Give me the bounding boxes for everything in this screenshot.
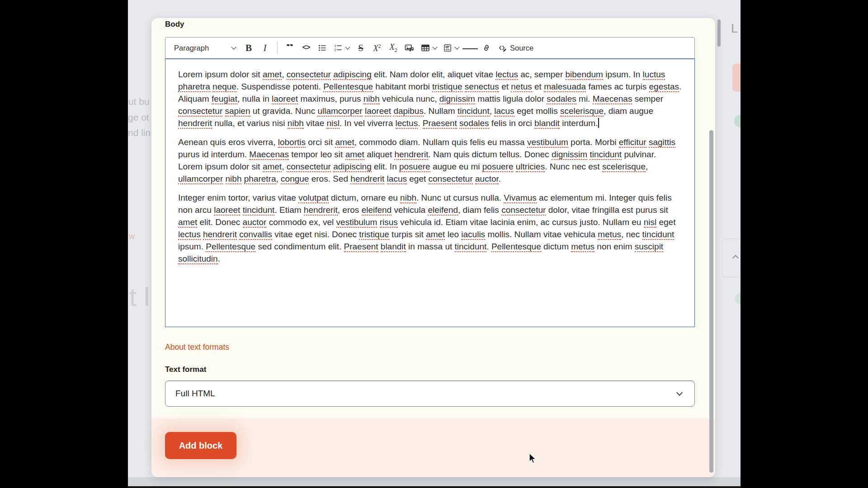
- background-text-fragment: ut bu: [128, 97, 150, 106]
- svg-text:2: 2: [335, 48, 337, 52]
- text-format-label: Text format: [165, 365, 206, 374]
- italic-button[interactable]: I: [258, 40, 272, 56]
- background-text-fragment: L: [731, 23, 738, 35]
- background-text-fragment: nd lin: [128, 128, 151, 137]
- toolbar-separator: [277, 42, 278, 54]
- text-caret: [598, 118, 599, 128]
- editor-paragraph: Lorem ipsum dolor sit amet, consectetur …: [178, 68, 682, 129]
- add-block-section: Add block: [151, 418, 715, 477]
- bold-button[interactable]: B: [242, 40, 255, 56]
- right-black-bar: [741, 0, 868, 488]
- superscript-button[interactable]: X2: [370, 40, 384, 56]
- paragraph-style-button[interactable]: Paragraph: [170, 40, 239, 56]
- horizontal-rule-button[interactable]: —: [463, 40, 477, 56]
- chevron-down-icon: [231, 44, 236, 49]
- chevron-down-icon: [676, 389, 683, 396]
- card-scrollbar-thumb[interactable]: [709, 130, 713, 473]
- code-button[interactable]: <>: [299, 40, 313, 56]
- background-text-fragment: ge ot: [128, 113, 149, 122]
- numbered-list-button[interactable]: 12: [332, 40, 351, 56]
- text-format-select[interactable]: Full HTML: [165, 380, 695, 407]
- insert-template-button[interactable]: <>: [441, 40, 461, 56]
- editor-paragraph: Integer enim tortor, varius vitae volutp…: [178, 192, 682, 265]
- strikethrough-button[interactable]: S: [354, 40, 368, 56]
- add-block-button[interactable]: Add block: [165, 432, 236, 459]
- about-text-formats-link[interactable]: About text formats: [165, 343, 229, 352]
- insert-table-button[interactable]: [419, 40, 439, 56]
- left-black-bar: [0, 0, 128, 488]
- block-quote-button[interactable]: “: [283, 40, 297, 56]
- subscript-button[interactable]: X2: [387, 40, 400, 56]
- chevron-down-icon: [432, 44, 437, 49]
- source-button[interactable]: Source: [496, 40, 535, 56]
- page-bottom-strip: [0, 477, 868, 487]
- bulleted-list-button[interactable]: [316, 40, 329, 56]
- body-field-label: Body: [165, 20, 184, 29]
- link-button[interactable]: [480, 40, 493, 56]
- chevron-down-icon: [454, 44, 459, 49]
- editor-paragraph: Aenean quis eros viverra, lobortis orci …: [178, 136, 682, 185]
- editor-content-area[interactable]: Lorem ipsum dolor sit amet, consectetur …: [165, 59, 695, 327]
- background-text-fragment: w: [129, 232, 135, 240]
- background-text-fragment: t l: [129, 284, 150, 310]
- svg-text:1: 1: [335, 44, 337, 48]
- insert-media-button[interactable]: [403, 40, 416, 56]
- body-field-card: Body ParagraphBI“<>12SX2X2<>—Source Lore…: [151, 18, 715, 477]
- editor-toolbar: ParagraphBI“<>12SX2X2<>—Source: [165, 37, 695, 59]
- screen: ut buge otnd linwt lL Body ParagraphBI“<…: [0, 0, 868, 488]
- svg-text:<>: <>: [445, 47, 449, 52]
- text-format-value: Full HTML: [175, 389, 215, 399]
- chevron-down-icon: [345, 44, 350, 49]
- page-bottom-edge: [0, 486, 868, 488]
- background-scrollbar-thumb[interactable]: [717, 19, 721, 47]
